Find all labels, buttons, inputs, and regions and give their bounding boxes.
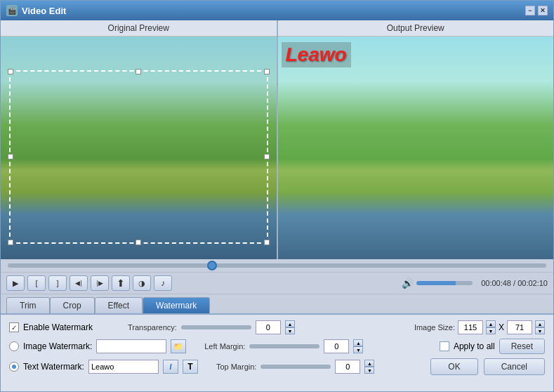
left-margin-down[interactable]: ▼ xyxy=(353,346,363,353)
seek-bar-area xyxy=(1,259,553,272)
tab-effect[interactable]: Effect xyxy=(95,297,143,313)
watermark-overlay: Leawo xyxy=(282,42,351,67)
width-up[interactable]: ▲ xyxy=(486,320,496,327)
width-spinner: ▲ ▼ xyxy=(486,320,496,334)
mark-out-button[interactable]: ] xyxy=(48,275,67,291)
watermark-top-row: ✓ Enable Watermark Transparency: ▲ ▼ Ima… xyxy=(9,320,545,334)
seek-bar[interactable] xyxy=(8,263,546,268)
step-fwd-button[interactable]: |▶ xyxy=(91,275,109,291)
volume-area: 🔊 00:00:48 / 00:02:10 xyxy=(402,277,548,289)
transparency-slider[interactable] xyxy=(181,325,251,329)
tab-trim[interactable]: Trim xyxy=(6,297,50,313)
image-watermark-option: Image Watermark: 📁 xyxy=(9,339,186,353)
left-margin-input[interactable] xyxy=(324,339,349,353)
handle-ml[interactable] xyxy=(8,154,13,159)
height-up[interactable]: ▲ xyxy=(535,320,545,327)
left-margin-slider[interactable] xyxy=(249,344,319,348)
text-watermark-label: Text Watermark: xyxy=(23,362,84,372)
ok-cancel-area: OK Cancel xyxy=(430,358,545,375)
handle-br[interactable] xyxy=(264,240,270,245)
top-margin-row: Top Margin: ▲ ▼ xyxy=(216,360,374,374)
height-down[interactable]: ▼ xyxy=(535,327,545,334)
handle-bm[interactable] xyxy=(136,240,141,245)
left-margin-up[interactable]: ▲ xyxy=(353,339,363,346)
top-margin-down[interactable]: ▼ xyxy=(364,367,374,374)
handle-bl[interactable] xyxy=(8,240,13,245)
time-display: 00:00:48 / 00:02:10 xyxy=(481,279,548,287)
browse-image-button[interactable]: 📁 xyxy=(171,339,186,353)
selection-box[interactable] xyxy=(9,70,268,244)
tabs-row: Trim Crop Effect Watermark xyxy=(1,294,553,313)
ok-button[interactable]: OK xyxy=(430,358,477,375)
image-height-input[interactable] xyxy=(507,320,532,334)
transparency-down[interactable]: ▼ xyxy=(285,327,295,334)
seek-thumb[interactable] xyxy=(207,261,217,270)
height-spinner: ▲ ▼ xyxy=(535,320,545,334)
minimize-button[interactable]: − xyxy=(525,6,535,15)
enable-watermark-option: ✓ Enable Watermark xyxy=(9,322,93,332)
output-preview-pane: Output Preview Leawo xyxy=(278,20,554,259)
text-watermark-radio[interactable] xyxy=(9,362,19,372)
transparency-spinner: ▲ ▼ xyxy=(285,320,295,334)
handle-tm[interactable] xyxy=(136,69,141,74)
reset-button[interactable]: Reset xyxy=(499,339,545,354)
watermark-mid-row: Image Watermark: 📁 Left Margin: ▲ ▼ Appl… xyxy=(9,339,545,354)
mark-in-button[interactable]: [ xyxy=(27,275,46,291)
compress-button[interactable]: ⬆ xyxy=(112,275,130,291)
transparency-row: Transparency: ▲ ▼ xyxy=(128,320,295,334)
top-margin-input[interactable] xyxy=(335,360,360,374)
top-margin-label: Top Margin: xyxy=(216,362,256,371)
apply-to-all-label: Apply to all xyxy=(454,341,495,351)
step-back-button[interactable]: ◀| xyxy=(70,275,88,291)
output-preview-label: Output Preview xyxy=(278,20,554,37)
transparency-input[interactable] xyxy=(256,320,281,334)
apply-reset-area: Apply to all Reset xyxy=(440,339,545,354)
handle-tr[interactable] xyxy=(264,69,270,74)
apply-to-all-checkbox[interactable] xyxy=(440,341,449,351)
bottom-panel: ✓ Enable Watermark Transparency: ▲ ▼ Ima… xyxy=(1,313,553,391)
music-button[interactable]: ♪ xyxy=(154,275,172,291)
image-watermark-input[interactable] xyxy=(96,339,166,353)
image-width-input[interactable] xyxy=(458,320,483,334)
titlebar: 🎬 Video Edit − ✕ xyxy=(1,1,553,20)
output-video: Leawo xyxy=(278,37,554,259)
original-preview-label: Original Preview xyxy=(1,20,277,37)
close-button[interactable]: ✕ xyxy=(538,6,548,15)
text-format-button[interactable]: T xyxy=(183,360,198,374)
left-margin-spinner: ▲ ▼ xyxy=(353,339,363,353)
window-title: Video Edit xyxy=(22,6,525,16)
watermark-bot-row: Text Watermark: I T Top Margin: ▲ ▼ OK C… xyxy=(9,358,545,375)
image-watermark-radio[interactable] xyxy=(9,341,19,351)
top-margin-spinner: ▲ ▼ xyxy=(364,360,374,374)
tab-watermark[interactable]: Watermark xyxy=(143,297,210,313)
x-separator: X xyxy=(499,322,504,332)
transparency-up[interactable]: ▲ xyxy=(285,320,295,327)
play-button[interactable]: ▶ xyxy=(6,275,25,291)
enable-watermark-label: Enable Watermark xyxy=(23,322,93,332)
width-down[interactable]: ▼ xyxy=(486,327,496,334)
volume-icon: 🔊 xyxy=(402,277,414,289)
handle-mr[interactable] xyxy=(264,154,270,159)
left-margin-row: Left Margin: ▲ ▼ xyxy=(204,339,363,353)
original-video xyxy=(1,37,277,259)
text-watermark-input[interactable] xyxy=(88,360,159,374)
enable-watermark-checkbox[interactable]: ✓ xyxy=(9,322,19,332)
cancel-button[interactable]: Cancel xyxy=(484,358,545,375)
text-format-italic-button[interactable]: I xyxy=(163,360,178,374)
top-margin-up[interactable]: ▲ xyxy=(364,360,374,367)
text-watermark-option: Text Watermark: I T xyxy=(9,360,198,374)
top-margin-slider[interactable] xyxy=(260,365,331,369)
preview-area: Original Preview xyxy=(1,20,553,259)
controls-bar: ▶ [ ] ◀| |▶ ⬆ ◑ ♪ 🔊 00:00:48 / 00:02:10 xyxy=(1,272,553,294)
original-video-bg xyxy=(1,37,277,259)
transparency-label: Transparency: xyxy=(128,323,177,332)
output-video-bg: Leawo xyxy=(278,37,554,259)
video-edit-window: 🎬 Video Edit − ✕ Original Preview xyxy=(0,0,554,392)
app-icon: 🎬 xyxy=(6,5,18,16)
volume-slider[interactable] xyxy=(416,281,473,285)
image-size-label: Image Size: xyxy=(414,323,455,332)
brightness-button[interactable]: ◑ xyxy=(133,275,151,291)
text-watermark-radio-dot xyxy=(12,365,16,369)
handle-tl[interactable] xyxy=(8,69,13,74)
tab-crop[interactable]: Crop xyxy=(50,297,95,313)
